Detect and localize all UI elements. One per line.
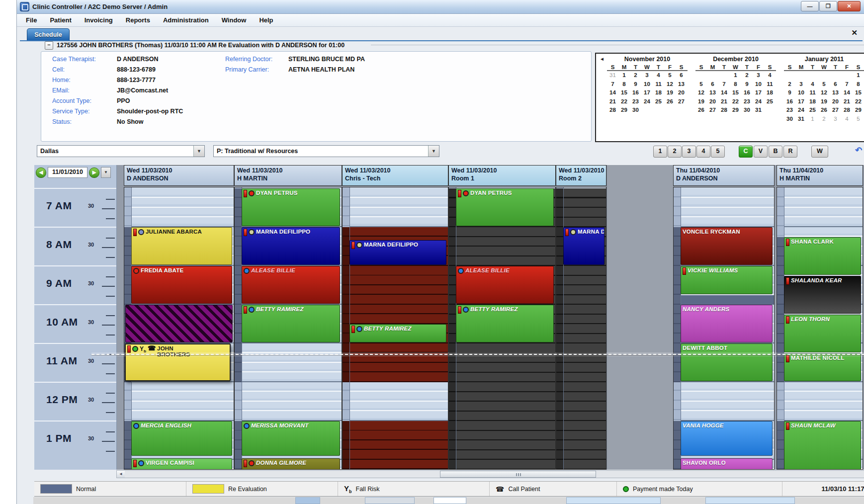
view-count-button-5[interactable]: 5 [711,146,725,158]
calendar-date[interactable]: 9 [741,80,753,89]
calendar-date[interactable]: 2 [741,71,753,80]
appointment-block[interactable]: Yb☎JOHN BROTHERS [125,343,231,381]
calendar-date[interactable]: 5 [853,115,864,124]
calendar-date[interactable]: 8 [730,80,741,89]
calendar-date[interactable]: 26 [664,97,676,106]
calendar-date[interactable]: 18 [653,88,664,97]
calendar-date[interactable]: 5 [695,80,707,89]
calendar-date[interactable]: 20 [830,97,841,106]
calendar-date[interactable]: 1 [853,71,864,80]
calendar-date[interactable]: 28 [841,106,853,115]
menu-item-help[interactable]: Help [259,16,273,24]
appointment-block[interactable]: MARNA DEFILIPPO [563,227,605,265]
calendar-date[interactable]: 15 [618,88,630,97]
appointment-block[interactable]: SHAUN MCLAW [784,421,861,470]
calendar-date[interactable]: 12 [818,88,830,97]
calendar-date[interactable]: 21 [841,97,853,106]
appointment-block[interactable]: BETTY RAMIREZ [349,324,446,342]
calendar-date[interactable]: 25 [764,97,776,106]
calendar-date[interactable]: 29 [618,106,630,115]
appointment-block[interactable]: DYAN PETRUS [242,188,340,226]
calendar-date[interactable]: 24 [795,106,807,115]
calendar-date[interactable]: 16 [784,97,795,106]
calendar-date[interactable]: 17 [795,97,807,106]
appointment-block[interactable]: BETTY RAMIREZ [456,305,554,342]
calendar-date[interactable]: 27 [676,97,687,106]
calendar-date[interactable]: 6 [707,80,718,89]
calendar-date[interactable]: 11 [764,80,776,89]
chevron-down-icon[interactable]: ▼ [193,146,204,157]
schedule-column[interactable]: MARNA DEFILIPPO [556,187,606,470]
calendar-date[interactable]: 23 [784,106,795,115]
scroll-left-icon[interactable]: ◄ [117,471,125,478]
appointment-block[interactable]: VANIA HOGGE [681,421,773,456]
calendar-date[interactable]: 4 [841,115,853,124]
calendar-date[interactable]: 6 [676,71,687,80]
close-button[interactable]: ✕ [838,1,861,11]
calendar-date[interactable]: 14 [607,88,618,97]
mode-button-r[interactable]: R [783,146,797,158]
calendar-date[interactable]: 4 [653,71,664,80]
calendar-date[interactable]: 17 [641,88,653,97]
calendar-date[interactable]: 24 [753,97,764,106]
view-count-button-1[interactable]: 1 [653,146,667,158]
calendar-date[interactable]: 3 [641,71,653,80]
menu-item-invoicing[interactable]: Invoicing [85,16,113,24]
calendar-date[interactable]: 14 [718,88,730,97]
calendar-date[interactable]: 25 [653,97,664,106]
calendar-date[interactable]: 13 [676,80,687,89]
schedule-column[interactable]: JULIANNE ABARCAFREDIA ABATEYb☎JOHN BROTH… [124,187,234,470]
calendar-date[interactable]: 23 [630,97,641,106]
appointment-block[interactable]: NANCY ANDERS [681,305,773,342]
schedule-column[interactable]: DYAN PETRUSMARNA DEFILIPPOALEASE BILLIEB… [234,187,342,470]
calendar-date[interactable]: 30 [630,106,641,115]
minimize-button[interactable]: — [801,1,819,11]
appointment-block[interactable]: ALEASE BILLIE [242,266,340,304]
view-count-button-2[interactable]: 2 [668,146,682,158]
calendar-date[interactable]: 11 [653,80,664,89]
blocked-time-block[interactable] [125,305,233,342]
calendar-date[interactable]: 31 [795,115,807,124]
mode-button-v[interactable]: V [754,146,768,158]
calendar-date[interactable]: 1 [730,71,741,80]
calendar-date[interactable]: 16 [741,88,753,97]
menu-item-file[interactable]: File [26,16,37,24]
horizontal-scroll-thumb[interactable] [440,471,596,478]
appointment-block[interactable]: VONCILE RYCKMAN [681,227,773,265]
mode-button-c[interactable]: C [739,146,753,158]
collapse-summary-button[interactable]: − [45,41,53,50]
calendar-date[interactable]: 16 [630,88,641,97]
appointment-block[interactable]: LEON THORN [784,315,861,352]
restore-button[interactable]: ❐ [819,1,837,11]
calendar-date[interactable]: 22 [618,97,630,106]
calendar-date[interactable]: 18 [764,88,776,97]
calendar-date[interactable]: 19 [695,97,707,106]
calendar-date[interactable]: 23 [741,97,753,106]
calendar-date[interactable]: 28 [718,106,730,115]
calendar-date[interactable]: 19 [818,97,830,106]
calendar-date[interactable]: 12 [664,80,676,89]
calendar-date[interactable]: 30 [784,115,795,124]
calendar-date[interactable]: 19 [664,88,676,97]
calendar-date[interactable]: 24 [641,97,653,106]
calendar-date[interactable]: 29 [730,106,741,115]
calendar-date[interactable]: 25 [807,106,818,115]
undo-icon[interactable]: ↶ [851,146,864,157]
menu-item-reports[interactable]: Reports [126,16,150,24]
calendar-date[interactable]: 5 [818,80,830,89]
calendar-date[interactable]: 9 [630,80,641,89]
tab-schedule[interactable]: Schedule [27,28,70,40]
chevron-down-icon[interactable]: ▼ [428,146,439,157]
calendar-date[interactable]: 7 [841,80,853,89]
calendar-date[interactable]: 9 [784,88,795,97]
location-select[interactable]: Dallas ▼ [37,145,205,157]
appointment-block[interactable]: SHALANDA KEAR [784,276,861,314]
schedule-column[interactable]: SHANA CLARKSHALANDA KEARLEON THORNMATHIL… [777,187,863,470]
calendar-date[interactable]: 3 [753,71,764,80]
current-date-field[interactable]: 11/01/2010 [48,167,87,178]
calendar-date[interactable]: 20 [676,88,687,97]
calendar-date[interactable]: 18 [807,97,818,106]
prev-day-button[interactable]: ◀ [36,168,46,178]
view-count-button-3[interactable]: 3 [682,146,696,158]
schedule-column[interactable]: DYAN PETRUSALEASE BILLIEBETTY RAMIREZ [448,187,556,470]
